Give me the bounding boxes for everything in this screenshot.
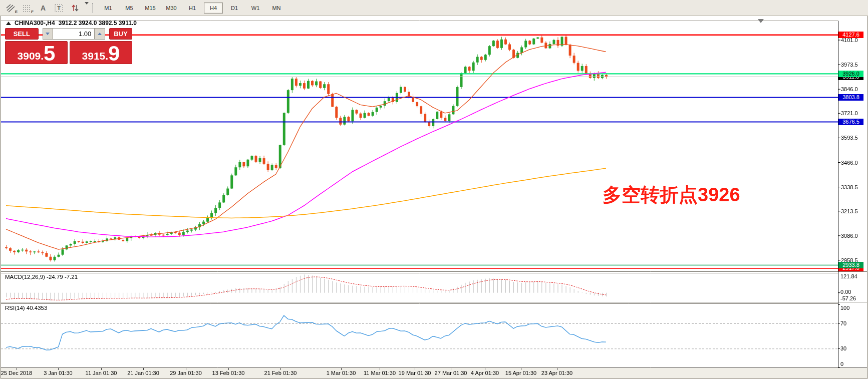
- drawing-tools-group: EFAT: [3, 2, 89, 14]
- sell-button[interactable]: SELL: [5, 28, 39, 40]
- bid-main-digits: 3909.: [18, 51, 44, 61]
- bid-price-display[interactable]: 3909.5: [5, 41, 68, 64]
- tab-timeframe-M5[interactable]: M5: [120, 3, 139, 14]
- timeframe-group: M1M5M15M30H1H4D1W1MN: [98, 3, 287, 14]
- text-tool-icon[interactable]: A: [36, 2, 50, 14]
- label-tool-icon[interactable]: T: [52, 2, 66, 14]
- volume-decrease-button[interactable]: [43, 28, 54, 40]
- svg-text:A: A: [41, 4, 46, 12]
- chevron-down-icon[interactable]: [85, 2, 89, 5]
- ask-main-digits: 3915.: [82, 51, 109, 61]
- bid-pip-digit: 5: [44, 45, 55, 63]
- fibonacci-tool-icon[interactable]: F: [20, 2, 34, 14]
- arrows-tool-icon[interactable]: [68, 2, 82, 14]
- buy-button[interactable]: BUY: [109, 28, 132, 40]
- tab-timeframe-H4[interactable]: H4: [204, 3, 223, 14]
- tab-timeframe-M15[interactable]: M15: [141, 3, 160, 14]
- tab-timeframe-MN[interactable]: MN: [267, 3, 286, 14]
- tab-timeframe-M30[interactable]: M30: [162, 3, 181, 14]
- channel-tool-icon[interactable]: E: [4, 2, 18, 14]
- spinner-up-icon: [98, 33, 102, 35]
- trade-panel-top-row: SELL BUY: [5, 28, 132, 40]
- ask-pip-digit: 9: [108, 45, 120, 63]
- toolbar-separator: [92, 3, 93, 13]
- toolbar: EFAT M1M5M15M30H1H4D1W1MN: [0, 0, 868, 16]
- tab-timeframe-W1[interactable]: W1: [246, 3, 265, 14]
- chart-shift-marker-icon[interactable]: [758, 19, 764, 23]
- svg-text:T: T: [57, 5, 61, 11]
- collapse-chart-icon[interactable]: [6, 22, 11, 25]
- tab-timeframe-D1[interactable]: D1: [225, 3, 244, 14]
- spinner-down-icon: [46, 33, 50, 35]
- volume-increase-button[interactable]: [94, 28, 105, 40]
- volume-input[interactable]: [53, 28, 94, 40]
- ask-price-display[interactable]: 3915.9: [70, 41, 132, 64]
- trading-platform-window: EFAT M1M5M15M30H1H4D1W1MN CHINA300-,H4 3…: [0, 0, 868, 379]
- tab-timeframe-H1[interactable]: H1: [183, 3, 202, 14]
- tab-timeframe-M1[interactable]: M1: [99, 3, 118, 14]
